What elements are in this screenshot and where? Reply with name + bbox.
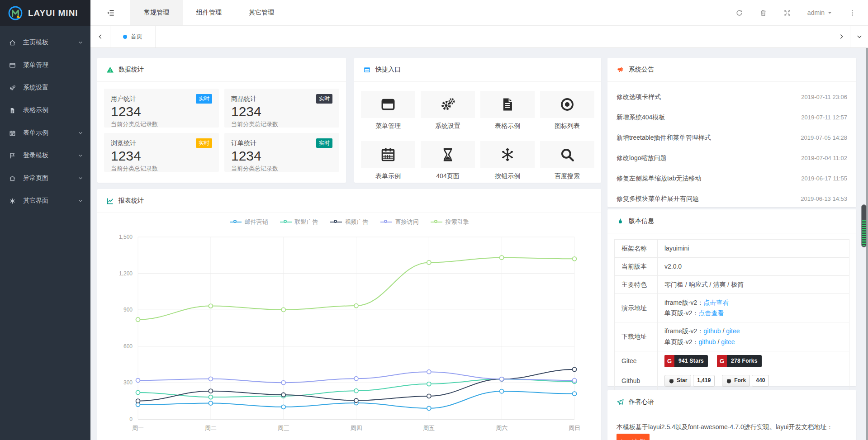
main-content: 数据统计 用户统计实时 1234 当前分类总记录数 商品统计实时 1234 当前… [90, 48, 868, 440]
header-tab-other[interactable]: 其它管理 [235, 0, 288, 25]
quick-item-icons[interactable]: 图标列表 [540, 91, 594, 130]
header-tab-general[interactable]: 常规管理 [130, 0, 183, 25]
github-fork-count[interactable]: 440 [752, 375, 769, 387]
notice-item[interactable]: 新增系统404模板2019-07-11 12:57 [617, 107, 847, 128]
page-tabbar: 首页 [90, 26, 868, 48]
github-star-count[interactable]: 1,419 [693, 375, 715, 387]
chevron-right-icon [838, 33, 844, 40]
asterisk-icon [9, 198, 20, 204]
notice-item[interactable]: 新增treetable插件和菜单管理样式2019-07-05 14:28 [617, 128, 847, 148]
tab-scroll-left-button[interactable] [90, 26, 110, 47]
version-row-label: 当前版本 [615, 258, 658, 276]
quick-item-baidu-search[interactable]: 百度搜索 [540, 141, 594, 180]
svg-text:周四: 周四 [351, 425, 362, 431]
notice-item[interactable]: 修改选项卡样式2019-07-11 23:06 [617, 87, 847, 107]
card-header: 作者心语 [607, 390, 856, 414]
sidebar-item-label: 菜单管理 [23, 61, 48, 69]
github-fork-button[interactable]: Fork [722, 375, 750, 387]
snowflake-icon [500, 147, 515, 162]
card-author-words: 作者心语 本模板基于layui2.5.4以及font-awesome-4.7.0… [607, 390, 856, 440]
layui-doc-button[interactable]: layui文档 [617, 434, 650, 440]
scrollbar-thumb[interactable] [861, 204, 867, 247]
quick-grid: 菜单管理 系统设置 表格示例 图标列表 表单示例 404页面 [354, 82, 601, 189]
layui-logo-icon [7, 5, 24, 21]
quick-item-form[interactable]: 表单示例 [361, 141, 415, 180]
version-table-wrap: 框架名称 layuimini 当前版本 v2.0.0 主要特色 零门槛 / 响应… [607, 233, 856, 397]
sidebar-item-table-demo[interactable]: 表格示例 [0, 99, 90, 122]
refresh-icon[interactable] [735, 9, 743, 17]
stat-value: 1234 [231, 104, 332, 119]
sidebar-item-form-demo[interactable]: 表单示例 [0, 122, 90, 144]
demo-link[interactable]: 点击查看 [703, 299, 729, 306]
sidebar-item-label: 表单示例 [23, 129, 48, 137]
gitee-stars-badge[interactable]: G941 Stars [664, 355, 708, 368]
chevron-left-icon [97, 33, 104, 40]
svg-text:1,500: 1,500 [119, 234, 133, 240]
svg-text:900: 900 [123, 307, 133, 313]
logo[interactable]: LAYUI MINI [0, 0, 90, 26]
sidebar-item-other-pages[interactable]: 其它界面 [0, 189, 90, 212]
download-link[interactable]: github [698, 338, 716, 345]
github-star-button[interactable]: Star [664, 375, 691, 387]
version-row-label: 主要特色 [615, 276, 658, 294]
svg-text:周日: 周日 [569, 425, 580, 431]
svg-text:周六: 周六 [496, 425, 508, 431]
demo-link[interactable]: 点击查看 [698, 309, 724, 317]
gitee-forks-badge[interactable]: G278 Forks [717, 355, 762, 368]
download-link[interactable]: gitee [721, 338, 735, 345]
svg-text:周一: 周一 [132, 425, 144, 431]
quick-item-404[interactable]: 404页面 [421, 141, 475, 180]
bullhorn-icon [617, 66, 624, 74]
realtime-badge: 实时 [316, 94, 332, 104]
chevron-down-icon [78, 175, 83, 181]
header-tab-components[interactable]: 组件管理 [183, 0, 235, 25]
sidebar-item-error-pages[interactable]: 异常页面 [0, 167, 90, 189]
author-line1: 本模板基于layui2.5.4以及font-awesome-4.7.0进行实现。… [617, 423, 833, 431]
quick-item-menu[interactable]: 菜单管理 [361, 91, 415, 130]
quick-item-settings[interactable]: 系统设置 [421, 91, 475, 130]
tab-operations-button[interactable] [850, 26, 868, 47]
username: admin [807, 9, 825, 16]
stat-label: 商品统计 [231, 95, 256, 103]
sidebar-item-menu-manage[interactable]: 菜单管理 [0, 54, 90, 76]
download-link[interactable]: gitee [726, 327, 740, 335]
quick-item-buttons[interactable]: 按钮示例 [480, 141, 535, 180]
tab-home[interactable]: 首页 [110, 26, 156, 47]
version-row-value: G941 Stars G278 Forks [658, 351, 849, 371]
sidebar-item-system-settings[interactable]: 系统设置 [0, 76, 90, 99]
version-row-value: iframe版-v2：点击查看 单页版-v2：点击查看 [658, 294, 849, 322]
sidebar-item-label: 其它界面 [23, 197, 48, 205]
fire-icon [617, 218, 624, 225]
file-text-icon [500, 97, 515, 112]
stat-box-users[interactable]: 用户统计实时 1234 当前分类总记录数 [104, 89, 219, 128]
file-icon [9, 107, 20, 114]
card-report-statistics: 报表统计 邮件营销 联盟广告 视频广告 直接访问 搜索引擎 0300600900… [97, 189, 601, 440]
stat-box-goods[interactable]: 商品统计实时 1234 当前分类总记录数 [224, 89, 339, 128]
download-link[interactable]: github [703, 327, 721, 335]
card-header: 版本信息 [607, 209, 856, 233]
realtime-badge: 实时 [316, 138, 332, 148]
sidebar-toggle-icon[interactable] [90, 0, 130, 25]
app-title: LAYUI MINI [28, 8, 78, 18]
notice-item[interactable]: 修复左侧菜单缩放tab无法移动2019-06-17 11:55 [617, 168, 847, 189]
stat-box-orders[interactable]: 订单统计实时 1234 当前分类总记录数 [224, 133, 339, 172]
fullscreen-icon[interactable] [783, 9, 791, 17]
sidebar-item-home-template[interactable]: 主页模板 [0, 31, 90, 54]
more-vertical-icon[interactable] [849, 9, 856, 17]
notice-item[interactable]: 修改logo缩放问题2019-07-04 11:02 [617, 148, 847, 168]
sidebar-menu: 主页模板 菜单管理 系统设置 表格示例 表单示例 登录模板 异常页面 [0, 26, 90, 212]
notice-item[interactable]: 修复多模块菜单栏展开有问题2019-06-13 14:53 [617, 189, 847, 209]
window-restore-icon [363, 66, 371, 74]
stat-box-views[interactable]: 浏览统计实时 1234 当前分类总记录数 [104, 133, 219, 172]
header-actions: admin [735, 0, 868, 25]
trash-icon[interactable] [759, 9, 767, 17]
top-header: 常规管理 组件管理 其它管理 admin [90, 0, 868, 26]
version-row-value: iframe版-v2：github / gitee 单页版-v2：github … [658, 322, 849, 351]
paper-plane-icon [617, 398, 624, 406]
realtime-badge: 实时 [196, 138, 212, 148]
user-dropdown[interactable]: admin [807, 9, 832, 16]
tab-scroll-right-button[interactable] [832, 26, 850, 47]
version-row-label: 下载地址 [615, 322, 658, 351]
sidebar-item-login-template[interactable]: 登录模板 [0, 144, 90, 167]
quick-item-table[interactable]: 表格示例 [480, 91, 535, 130]
